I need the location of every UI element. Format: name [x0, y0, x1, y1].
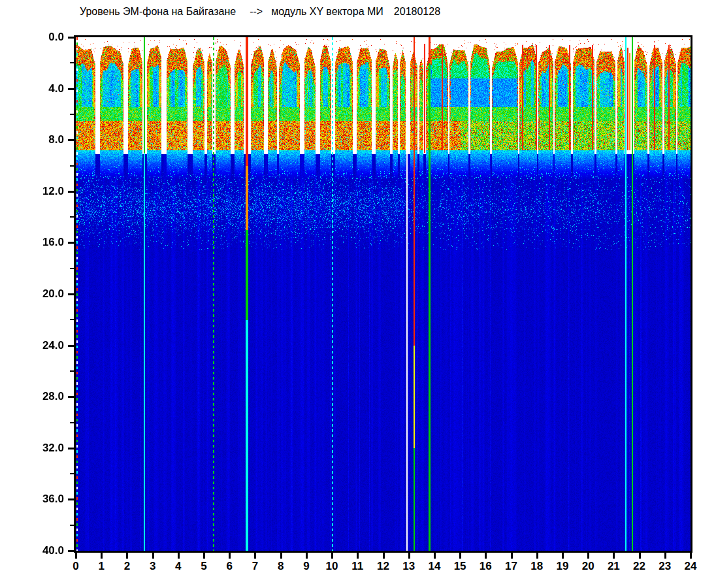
y-minor-tick — [70, 62, 74, 63]
x-major-tick — [511, 553, 513, 559]
y-minor-tick — [70, 370, 74, 372]
x-major-tick — [408, 553, 410, 559]
x-tick-label: 22 — [628, 560, 651, 573]
x-major-tick — [562, 553, 564, 559]
title-station: Уровень ЭМ-фона на Байгазане — [80, 6, 236, 17]
x-major-tick — [75, 553, 77, 559]
title-date: 20180128 — [394, 6, 440, 17]
y-major-tick — [68, 550, 74, 552]
spectrogram-canvas — [76, 37, 691, 551]
y-minor-tick — [70, 268, 74, 269]
x-major-tick — [357, 553, 359, 559]
x-major-tick — [178, 553, 180, 559]
y-tick-label: 28.0 — [22, 390, 64, 403]
y-tick-label: 40.0 — [22, 544, 64, 557]
x-major-tick — [459, 553, 461, 559]
y-minor-tick — [70, 165, 74, 167]
x-major-tick — [280, 553, 282, 559]
x-major-tick — [434, 553, 436, 559]
x-tick-label: 13 — [397, 560, 421, 573]
title-arrow: --> — [250, 6, 263, 17]
y-major-tick — [68, 139, 74, 141]
x-tick-label: 2 — [115, 560, 138, 573]
y-major-tick — [68, 448, 74, 449]
y-major-tick — [68, 191, 74, 193]
x-major-tick — [152, 553, 154, 559]
x-tick-label: 18 — [525, 560, 549, 573]
y-tick-label: 4.0 — [22, 82, 64, 95]
x-tick-label: 6 — [218, 560, 241, 573]
x-tick-label: 11 — [346, 560, 369, 573]
y-tick-label: 32.0 — [22, 442, 64, 455]
y-tick-label: 24.0 — [22, 339, 64, 352]
x-tick-label: 4 — [167, 560, 190, 573]
x-tick-label: 10 — [320, 560, 344, 573]
y-tick-label: 20.0 — [22, 287, 64, 301]
x-tick-label: 24 — [679, 560, 702, 573]
y-major-tick — [68, 498, 74, 500]
x-major-tick — [690, 553, 692, 559]
x-tick-label: 20 — [576, 560, 600, 573]
y-minor-tick — [70, 473, 74, 474]
y-minor-tick — [70, 422, 74, 423]
y-major-tick — [68, 293, 74, 295]
x-tick-label: 3 — [141, 560, 165, 573]
x-major-tick — [536, 553, 538, 559]
x-tick-label: 1 — [90, 560, 113, 573]
x-major-tick — [126, 553, 128, 559]
x-tick-label: 15 — [448, 560, 472, 573]
y-tick-label: 8.0 — [22, 133, 64, 146]
x-major-tick — [306, 553, 308, 559]
y-minor-tick — [70, 525, 74, 526]
x-major-tick — [383, 553, 385, 559]
x-major-tick — [254, 553, 256, 559]
x-tick-label: 21 — [602, 560, 625, 573]
y-major-tick — [68, 345, 74, 347]
x-major-tick — [485, 553, 487, 559]
x-tick-label: 7 — [243, 560, 267, 573]
x-major-tick — [613, 553, 615, 559]
y-tick-label: 0.0 — [22, 31, 64, 44]
y-minor-tick — [70, 319, 74, 320]
x-major-tick — [587, 553, 589, 559]
x-major-tick — [639, 553, 641, 559]
y-tick-label: 36.0 — [22, 493, 64, 506]
x-major-tick — [101, 553, 103, 559]
y-major-tick — [68, 396, 74, 398]
x-tick-label: 17 — [500, 560, 523, 573]
y-major-tick — [68, 37, 74, 39]
x-major-tick — [203, 553, 205, 559]
y-tick-label: 12.0 — [22, 185, 64, 198]
chart-title: Уровень ЭМ-фона на Байгазане-->модуль XY… — [80, 6, 440, 18]
x-major-tick — [331, 553, 333, 559]
x-tick-label: 9 — [295, 560, 318, 573]
x-major-tick — [229, 553, 231, 559]
y-minor-tick — [70, 114, 74, 115]
x-tick-label: 5 — [192, 560, 216, 573]
y-minor-tick — [70, 216, 74, 218]
x-tick-label: 8 — [269, 560, 293, 573]
x-tick-label: 14 — [423, 560, 446, 573]
y-major-tick — [68, 242, 74, 244]
x-tick-label: 12 — [372, 560, 395, 573]
x-tick-label: 23 — [653, 560, 677, 573]
x-tick-label: 16 — [474, 560, 497, 573]
x-major-tick — [664, 553, 666, 559]
title-parameter: модуль XY вектора МИ — [271, 6, 383, 17]
y-tick-label: 16.0 — [22, 236, 64, 249]
x-tick-label: 19 — [551, 560, 574, 573]
y-major-tick — [68, 88, 74, 90]
x-tick-label: 0 — [64, 560, 88, 573]
